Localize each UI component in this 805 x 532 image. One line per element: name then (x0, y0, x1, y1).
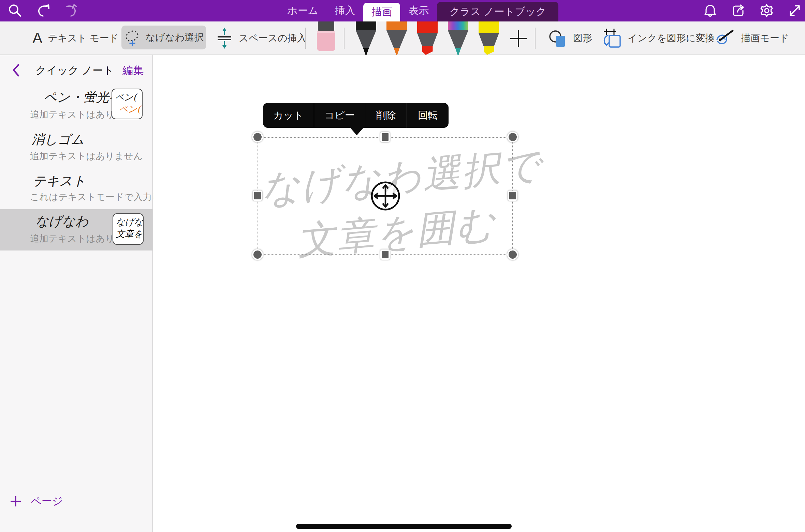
selection-handle-bottom-right[interactable] (507, 249, 518, 260)
settings-gear-icon[interactable] (759, 3, 774, 18)
shapes-icon (548, 28, 568, 48)
draw-mode-button[interactable]: 描画モード (714, 21, 789, 55)
tab-view[interactable]: 表示 (400, 0, 437, 21)
page-subtitle: 追加テキストはありません (30, 150, 143, 162)
move-handle-icon[interactable] (370, 181, 401, 211)
insert-space-button[interactable]: スペースの挿入 (216, 21, 307, 55)
notifications-bell-icon[interactable] (703, 3, 718, 18)
top-app-bar: ホーム 挿入 描画 表示 クラス ノートブック (0, 0, 805, 21)
selected-ink-strokes: なげなわ選択で 文章を囲む (154, 55, 805, 532)
draw-mode-icon (714, 28, 735, 48)
selection-handle-right[interactable] (508, 191, 517, 201)
ink-to-shape-label: インクを図形に変換 (628, 32, 715, 45)
selection-handle-left[interactable] (253, 191, 262, 201)
thumbnail-ink-line: 文章を (116, 228, 142, 240)
page-title-ink: なげなわ (35, 213, 89, 230)
rotate-menu-item[interactable]: 回転 (407, 103, 449, 128)
text-mode-icon: A (32, 30, 42, 47)
selection-handle-top[interactable] (380, 132, 390, 142)
fullscreen-expand-icon[interactable] (787, 3, 802, 18)
tab-draw[interactable]: 描画 (363, 3, 400, 21)
sidebar-header: クイック ノート 編集 (0, 55, 152, 85)
tab-class-notebook[interactable]: クラス ノートブック (437, 2, 558, 21)
tab-insert[interactable]: 挿入 (326, 0, 363, 21)
insert-space-icon (216, 28, 233, 49)
insert-space-label: スペースの挿入 (239, 32, 307, 45)
note-canvas[interactable]: なげなわ選択で 文章を囲む カット コピー 削除 回転 (154, 55, 805, 532)
selection-handle-top-left[interactable] (252, 132, 263, 142)
draw-toolbar: A テキスト モード なげなわ選択 スペースの挿入 (0, 21, 805, 55)
selection-handle-top-right[interactable] (507, 132, 518, 142)
lasso-icon (124, 28, 141, 47)
page-thumbnail: なげな 文章を (113, 213, 144, 245)
text-mode-button[interactable]: A テキスト モード (32, 21, 119, 55)
edit-button[interactable]: 編集 (122, 63, 144, 78)
thumbnail-ink-line: ペン( (115, 103, 141, 115)
redo-icon[interactable] (63, 3, 78, 18)
add-page-button[interactable]: ページ (10, 494, 63, 508)
shapes-button[interactable]: 図形 (548, 21, 592, 55)
tab-home[interactable]: ホーム (279, 0, 326, 21)
galaxy-pen-tool[interactable] (445, 21, 471, 56)
page-title-ink: テキスト (33, 172, 86, 190)
orange-pen-tool[interactable] (383, 21, 410, 56)
selection-handle-bottom-left[interactable] (252, 249, 263, 260)
copy-menu-item[interactable]: コピー (314, 103, 365, 128)
lasso-label: なげなわ選択 (146, 31, 204, 44)
home-indicator-bar[interactable] (296, 524, 512, 529)
lasso-select-button[interactable]: なげなわ選択 (121, 26, 206, 49)
thumbnail-ink-line: ペン( (115, 91, 141, 103)
page-title-ink: 消しゴム (31, 131, 84, 148)
ink-context-menu: カット コピー 削除 回転 (263, 103, 449, 128)
back-chevron-icon[interactable] (10, 63, 22, 78)
thumbnail-ink-line: なげな (116, 216, 142, 228)
text-mode-label: テキスト モード (48, 32, 119, 45)
undo-icon[interactable] (35, 3, 50, 18)
shapes-label: 図形 (573, 32, 592, 45)
delete-menu-item[interactable]: 削除 (365, 103, 407, 128)
notebook-title: クイック ノート (35, 63, 114, 78)
ink-to-shape-icon (601, 27, 622, 49)
add-page-label: ページ (31, 494, 63, 508)
black-pen-tool[interactable] (353, 21, 379, 56)
search-icon[interactable] (8, 3, 23, 18)
cut-menu-item[interactable]: カット (263, 103, 314, 128)
context-menu-pointer (350, 127, 364, 135)
ink-to-shape-button[interactable]: インクを図形に変換 (601, 21, 715, 55)
toolbar-divider (344, 28, 345, 49)
ribbon-tabs: ホーム 挿入 描画 表示 クラス ノートブック (279, 0, 558, 21)
page-thumbnail: ペン( ペン( (112, 89, 143, 119)
page-subtitle: これはテキストモードで入力し… (30, 191, 171, 203)
toolbar-divider (305, 28, 306, 49)
add-pen-icon[interactable] (509, 29, 528, 48)
selection-handle-bottom[interactable] (380, 249, 390, 260)
toolbar-divider (535, 28, 536, 49)
eraser-tool[interactable] (317, 21, 336, 51)
page-list-sidebar: クイック ノート 編集 ペン・蛍光ペン 追加テキストはありま… ペン( ペン( … (0, 55, 153, 532)
plus-icon (10, 495, 22, 507)
draw-mode-label: 描画モード (741, 32, 789, 45)
red-highlighter-tool[interactable] (414, 21, 441, 55)
share-icon[interactable] (731, 3, 746, 18)
yellow-highlighter-tool[interactable] (475, 21, 502, 55)
